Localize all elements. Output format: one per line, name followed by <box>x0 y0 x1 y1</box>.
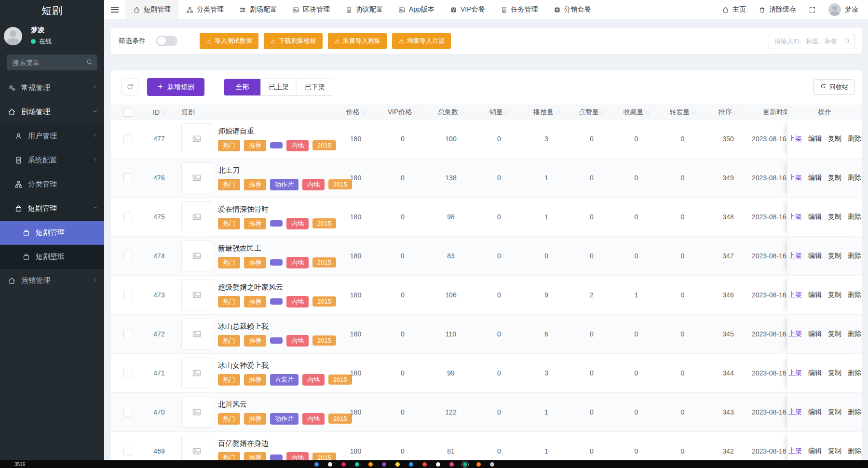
app-logo[interactable]: 短剧 <box>0 0 104 21</box>
nav-tab-剧场配置[interactable]: 剧场配置 <box>231 0 285 19</box>
taskbar-app-icon-5[interactable] <box>382 462 386 467</box>
nav-tab-协议配置[interactable]: 协议配置 <box>338 0 391 19</box>
nav-tab-分类管理[interactable]: 分类管理 <box>178 0 231 19</box>
import-button-2[interactable]: 批量导入剧集 <box>328 33 387 49</box>
fullscreen-button[interactable] <box>809 6 816 13</box>
row-checkbox[interactable] <box>123 369 132 377</box>
taskbar-app-icon-3[interactable] <box>355 462 359 467</box>
action-delete-link[interactable]: 删除 <box>848 447 861 455</box>
action-copy-link[interactable]: 复制 <box>828 134 841 143</box>
sort-icon[interactable]: ↓↑ <box>161 109 165 115</box>
header-sort[interactable]: 排序↓↑ <box>706 108 750 117</box>
user-menu[interactable]: 梦凌 <box>828 3 858 16</box>
nav-tab-区块管理[interactable]: 区块管理 <box>285 0 338 19</box>
sidebar-item-分类管理-4[interactable]: 分类管理 <box>0 173 104 197</box>
taskbar-app-icon-1[interactable] <box>328 462 332 467</box>
action-copy-link[interactable]: 复制 <box>828 213 841 221</box>
action-copy-link[interactable]: 复制 <box>828 252 841 260</box>
action-edit-link[interactable]: 编辑 <box>808 213 822 221</box>
row-checkbox[interactable] <box>123 134 132 143</box>
sidebar-item-短剧壁纸-7[interactable]: 短剧壁纸 <box>0 245 104 269</box>
clear-cache-link[interactable]: 清除缓存 <box>759 5 796 14</box>
row-checkbox[interactable] <box>123 174 132 182</box>
status-tab-全部[interactable]: 全部 <box>224 79 260 95</box>
nav-tab-App版本[interactable]: App版本 <box>391 0 442 19</box>
table-search-input[interactable] <box>769 33 854 49</box>
sidebar-search-input[interactable] <box>7 54 97 70</box>
sort-icon[interactable]: ↓↑ <box>692 109 696 115</box>
action-edit-link[interactable]: 编辑 <box>808 174 822 182</box>
action-shelve-link[interactable]: 上架 <box>788 252 802 260</box>
action-edit-link[interactable]: 编辑 <box>808 291 822 299</box>
taskbar-app-icon-7[interactable] <box>409 462 413 467</box>
refresh-button[interactable] <box>122 79 138 95</box>
sidebar-item-营销管理-8[interactable]: 营销管理 <box>0 269 104 293</box>
sort-icon[interactable]: ↓↑ <box>600 109 605 115</box>
action-delete-link[interactable]: 删除 <box>848 291 861 299</box>
import-button-1[interactable]: 下载剧集模板 <box>264 33 323 49</box>
action-copy-link[interactable]: 复制 <box>828 447 841 455</box>
taskbar-app-icon-8[interactable] <box>422 462 427 467</box>
header-id[interactable]: ID↓↑ <box>145 108 174 116</box>
taskbar-app-icon-11[interactable] <box>463 462 467 467</box>
sidebar-item-常规管理-0[interactable]: 常规管理 <box>0 76 104 100</box>
sort-icon[interactable]: ↓↑ <box>460 109 464 115</box>
row-checkbox[interactable] <box>123 330 132 338</box>
action-shelve-link[interactable]: 上架 <box>788 213 802 221</box>
taskbar-app-icon-2[interactable] <box>341 462 346 467</box>
row-checkbox[interactable] <box>123 213 132 221</box>
taskbar-app-icon-4[interactable] <box>368 462 373 467</box>
header-checkbox[interactable] <box>111 108 145 117</box>
action-delete-link[interactable]: 删除 <box>848 408 861 416</box>
sort-icon[interactable]: ↓↑ <box>504 109 509 115</box>
action-shelve-link[interactable]: 上架 <box>788 134 802 143</box>
header-episodes[interactable]: 总集数↓↑ <box>427 108 475 117</box>
action-delete-link[interactable]: 删除 <box>848 330 861 338</box>
action-delete-link[interactable]: 删除 <box>848 134 861 143</box>
header-shares[interactable]: 转发量↓↑ <box>659 108 706 117</box>
row-checkbox[interactable] <box>123 447 132 455</box>
header-vip_price[interactable]: VIP价格↓↑ <box>379 108 427 117</box>
taskbar-app-icon-10[interactable] <box>449 462 454 467</box>
header-likes[interactable]: 点赞量↓↑ <box>570 108 614 117</box>
select-all-checkbox[interactable] <box>123 108 132 117</box>
row-checkbox[interactable] <box>123 252 132 260</box>
action-edit-link[interactable]: 编辑 <box>808 369 822 377</box>
action-copy-link[interactable]: 复制 <box>828 369 841 377</box>
home-link[interactable]: 主页 <box>722 5 746 14</box>
action-shelve-link[interactable]: 上架 <box>788 447 802 455</box>
action-delete-link[interactable]: 删除 <box>848 174 861 182</box>
action-edit-link[interactable]: 编辑 <box>808 408 822 416</box>
action-copy-link[interactable]: 复制 <box>828 174 841 182</box>
sort-icon[interactable]: ↓↑ <box>645 109 650 115</box>
nav-tab-分销套餐[interactable]: 分销套餐 <box>546 0 599 19</box>
sort-icon[interactable]: ↓↑ <box>413 109 418 115</box>
sidebar-item-用户管理-2[interactable]: 用户管理 <box>0 124 104 148</box>
header-sales[interactable]: 销量↓↑ <box>475 108 523 117</box>
action-delete-link[interactable]: 删除 <box>848 213 861 221</box>
header-price[interactable]: 价格↓↑ <box>333 108 379 117</box>
hamburger-icon[interactable] <box>104 0 125 19</box>
action-delete-link[interactable]: 删除 <box>848 252 861 260</box>
nav-tab-VIP套餐[interactable]: VIP套餐 <box>442 0 493 19</box>
action-edit-link[interactable]: 编辑 <box>808 447 822 455</box>
filter-toggle[interactable] <box>156 36 177 46</box>
add-drama-button[interactable]: 新增短剧 <box>147 78 204 96</box>
sidebar-item-系统配置-3[interactable]: 系统配置 <box>0 148 104 173</box>
taskbar-app-icon-12[interactable] <box>476 462 481 467</box>
nav-tab-任务管理[interactable]: 任务管理 <box>493 0 546 19</box>
action-edit-link[interactable]: 编辑 <box>808 134 822 143</box>
action-copy-link[interactable]: 复制 <box>828 291 841 299</box>
action-shelve-link[interactable]: 上架 <box>788 408 802 416</box>
sidebar-item-剧场管理-1[interactable]: 剧场管理 <box>0 100 104 124</box>
sort-icon[interactable]: ↓↑ <box>361 109 366 115</box>
row-checkbox[interactable] <box>123 291 132 299</box>
taskbar-app-icon-0[interactable] <box>314 462 319 467</box>
action-shelve-link[interactable]: 上架 <box>788 330 802 338</box>
action-delete-link[interactable]: 删除 <box>848 369 861 377</box>
nav-tab-短剧管理[interactable]: 短剧管理 <box>125 0 178 19</box>
sort-icon[interactable]: ↓↑ <box>555 109 559 115</box>
action-copy-link[interactable]: 复制 <box>828 408 841 416</box>
sidebar-item-短剧管理-6[interactable]: 短剧管理 <box>0 221 104 245</box>
row-checkbox[interactable] <box>123 408 132 416</box>
